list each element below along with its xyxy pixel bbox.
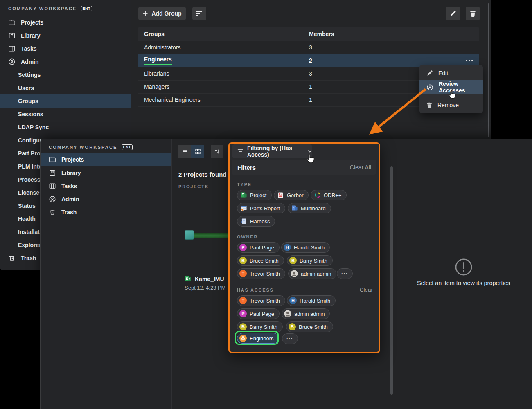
menu-item-edit[interactable]: Edit [419, 66, 483, 80]
sidebar-item-trash[interactable]: Trash [41, 206, 171, 219]
owner-section-label: OWNER [237, 234, 258, 239]
workspace-title: COMPANY WORKSPACE [8, 6, 77, 11]
filter-chip-owner-admin[interactable]: admin admin [288, 268, 336, 279]
filter-dropdown-trigger[interactable]: Filtering by (Has Access) [232, 144, 312, 158]
filter-chip-access-engineers[interactable]: Engineers [237, 333, 279, 344]
avatar-initial: H [289, 297, 297, 304]
filter-chip-access-paul-page[interactable]: P Paul Page [237, 308, 280, 319]
list-view-button[interactable] [178, 145, 191, 158]
sidebar-item-users[interactable]: Users [0, 81, 131, 94]
column-members: Members [309, 31, 334, 37]
sidebar-item-settings[interactable]: Settings [0, 68, 131, 81]
filter-chip-type-odb[interactable]: ODB++ [311, 190, 347, 200]
sidebar-item-library[interactable]: Library [41, 166, 171, 180]
clear-has-access-button[interactable]: Clear [360, 287, 373, 293]
sidebar-item-tasks[interactable]: Tasks [41, 180, 171, 193]
workspace-title: COMPANY WORKSPACE [49, 145, 117, 150]
add-group-button[interactable]: Add Group [138, 7, 186, 20]
sidebar-item-admin[interactable]: Admin [41, 193, 171, 206]
library-icon [8, 32, 16, 39]
pencil-icon [450, 10, 456, 17]
sort-lines-icon [196, 10, 203, 17]
sidebar-item-label: Trash [21, 255, 36, 261]
projects-sidebar: COMPANY WORKSPACE ENT Projects Library T… [41, 139, 172, 409]
filter-chip-access-admin[interactable]: admin admin [282, 308, 330, 319]
owner-more-button[interactable]: ••• [337, 268, 353, 279]
sidebar-item-library[interactable]: Library [0, 29, 131, 42]
menu-item-review-accesses[interactable]: Review Accesses [419, 80, 483, 94]
sidebar-item-label: Library [61, 170, 81, 176]
column-groups: Groups [144, 31, 165, 37]
tasks-icon [49, 182, 56, 190]
avatar-initial: H [284, 244, 291, 251]
type-section-label: TYPE [237, 182, 252, 187]
sidebar-item-tasks[interactable]: Tasks [0, 42, 131, 55]
window-scrollbar[interactable] [488, 3, 489, 137]
list-icon [181, 148, 188, 155]
plus-icon [142, 11, 148, 16]
sidebar-item-sessions[interactable]: Sessions [0, 108, 131, 121]
sort-projects-button[interactable] [211, 145, 223, 158]
properties-empty-message: Select an item to view its properties [402, 280, 525, 286]
project-name: Kame_IMU [195, 276, 224, 282]
table-row-administrators[interactable]: Administrators 3 [138, 41, 479, 54]
filter-chip-access-harold-smith[interactable]: H Harold Smith [287, 295, 336, 306]
sidebar-item-label: Trash [61, 209, 77, 216]
row-context-menu: Edit Review Accesses Remove [419, 65, 483, 113]
filter-chip-owner-bruce-smith[interactable]: B Bruce Smith [237, 255, 284, 266]
sidebar-item-label: Projects [61, 156, 84, 163]
filter-chip-owner-trevor-smith[interactable]: T Trevor Smith [237, 268, 285, 279]
sidebar-item-label: Tasks [21, 45, 37, 52]
filter-chip-type-harness[interactable]: Harness [237, 216, 275, 227]
avatar-initial: T [239, 297, 247, 304]
filter-chip-type-multiboard[interactable]: Multiboard [288, 203, 331, 213]
menu-item-remove[interactable]: Remove [419, 98, 483, 112]
filter-chip-access-barry-smith[interactable]: B Barry Smith [237, 321, 283, 332]
view-mode-toggle [178, 145, 204, 158]
trash-icon [470, 10, 476, 17]
sidebar-item-ldap-sync[interactable]: LDAP Sync [0, 121, 131, 134]
filter-chip-access-trevor-smith[interactable]: T Trevor Smith [237, 295, 285, 306]
sidebar-item-label: Projects [21, 19, 43, 26]
projects-section-label: PROJECTS [178, 184, 209, 189]
avatar-initial: B [239, 323, 247, 330]
chevron-down-icon [307, 149, 312, 154]
project-doc-icon [185, 275, 192, 282]
stage: COMPANY WORKSPACE ENT Projects Library T… [0, 0, 532, 409]
avatar-initial: B [239, 257, 247, 264]
clear-all-button[interactable]: Clear All [350, 164, 371, 171]
grid-icon [194, 148, 201, 155]
grid-view-button[interactable] [191, 145, 204, 158]
sidebar-item-groups[interactable]: Groups [0, 94, 131, 108]
delete-group-button[interactable] [466, 7, 480, 20]
avatar-initial: B [289, 257, 297, 264]
sidebar-item-label: Tasks [61, 183, 77, 189]
project-date: Sept 12, 4:23 PM [185, 285, 225, 291]
sidebar-item-label: Admin [21, 58, 39, 65]
multiboard-doc-icon [291, 205, 298, 211]
has-access-section-label: HAS ACCESS [237, 288, 274, 292]
has-access-more-button[interactable]: ••• [282, 333, 298, 344]
sidebar-item-projects[interactable]: Projects [41, 153, 171, 166]
project-thumbnail-pcb[interactable] [185, 230, 194, 240]
filter-chip-owner-barry-smith[interactable]: B Barry Smith [287, 255, 333, 266]
sidebar-item-projects[interactable]: Projects [0, 16, 131, 29]
filter-chip-type-gerber[interactable]: Gerber [274, 190, 309, 200]
sort-groups-button[interactable] [192, 7, 206, 20]
filter-chip-access-bruce-smith[interactable]: B Bruce Smith [286, 321, 333, 332]
projects-scrollbar[interactable] [390, 166, 393, 395]
sidebar-item-admin[interactable]: Admin [0, 55, 131, 68]
row-actions-button[interactable] [466, 60, 473, 61]
project-card-title-row[interactable]: Kame_IMU [185, 275, 224, 282]
filter-chip-type-project[interactable]: Project [237, 190, 272, 200]
avatar-initial: B [289, 323, 296, 330]
filter-chip-owner-paul-page[interactable]: P Paul Page [237, 242, 280, 253]
add-group-label: Add Group [151, 10, 181, 17]
admin-photo-avatar [291, 270, 298, 277]
edit-group-button[interactable] [446, 7, 460, 20]
filter-chip-owner-harold-smith[interactable]: H Harold Smith [281, 242, 330, 253]
results-count: 2 Projects found [178, 171, 227, 178]
trash-icon [426, 102, 432, 108]
filter-chip-type-parts-report[interactable]: Parts Report [237, 203, 285, 213]
enterprise-badge: ENT [122, 144, 133, 150]
